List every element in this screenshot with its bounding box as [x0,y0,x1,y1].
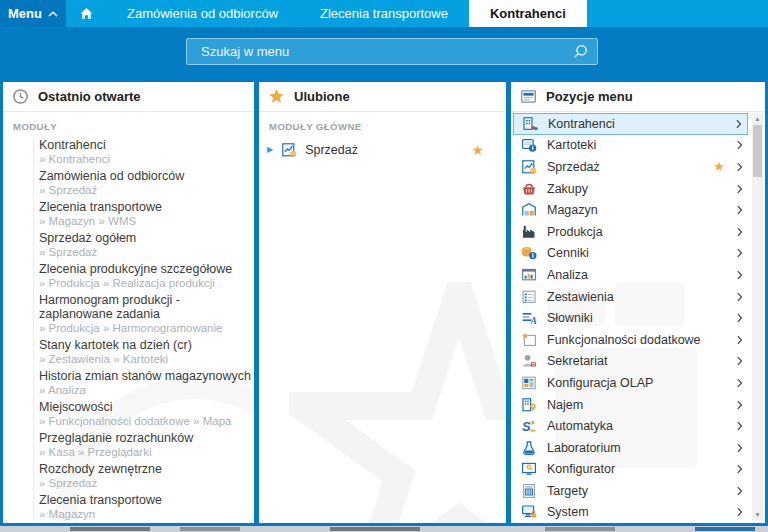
menu-item-laboratorium[interactable]: Laboratorium [513,437,748,459]
menu-item-konfiguracja-olap[interactable]: Konfiguracja OLAP [513,372,748,394]
menu-item-analiza[interactable]: Analiza [513,264,748,286]
favorite-item-sprzedaz[interactable]: ▶Sprzedaż★ [259,138,506,162]
menu-item-cenniki[interactable]: Cenniki [513,243,748,265]
recent-item[interactable]: Zamówienia od odbiorców» Sprzedaż [39,169,254,197]
menu-item-label: Kartoteki [547,138,596,152]
menu-item-konfigurator[interactable]: Konfigurator [513,459,748,481]
recent-item[interactable]: Rozchody zewnętrzne» Sprzedaż [39,462,254,490]
chevron-right-icon [737,464,743,474]
section-label: MODUŁY [13,121,254,132]
menu-item-label: Automatyka [547,419,613,433]
recent-item-path: » Magazyn [39,508,254,521]
favorite-star-icon[interactable]: ★ [471,142,484,158]
scrollbar[interactable]: ▲ ▼ [752,113,763,520]
favorites-panel: Ulubione MODUŁY GŁÓWNE ▶Sprzedaż★ [259,82,506,523]
top-bar: Menu Zamówienia od odbiorcówZlecenia tra… [0,0,768,27]
menu-item-funkcjonalnosci-dodatkowe[interactable]: Funkcjonalności dodatkowe [513,329,748,351]
chevron-right-icon [737,270,743,280]
chevron-right-icon [737,140,743,150]
menu-item-label: Konfigurator [547,462,615,476]
menu-item-sprzedaz[interactable]: Sprzedaż★ [513,156,748,178]
recent-item[interactable]: Przeglądanie rozrachunków» Kasa » Przegl… [39,431,254,459]
chevron-right-icon [737,227,743,237]
menu-item-label: Słowniki [547,311,593,325]
menu-item-automatyka[interactable]: SAutomatyka [513,415,748,437]
olap-icon [521,375,537,391]
recent-item-path: » Sprzedaż [39,477,254,490]
menu-item-magazyn[interactable]: Magazyn [513,199,748,221]
chevron-right-icon [736,119,742,129]
menu-item-produkcja[interactable]: Produkcja [513,221,748,243]
menu-item-najem[interactable]: Najem [513,394,748,416]
recent-item-title: Rozchody zewnętrzne [39,462,254,476]
svg-text:A: A [529,316,536,326]
recent-item[interactable]: Zlecenia transportowe» Magazyn [39,493,254,521]
star-watermark [289,282,506,523]
chevron-right-icon [737,184,743,194]
favorites-panel-header: Ulubione [259,82,506,112]
menu-item-targety[interactable]: Targety [513,480,748,502]
menu-item-slowniki[interactable]: ASłowniki [513,307,748,329]
menu-item-kartoteki[interactable]: Kartoteki [513,135,748,157]
menu-item-label: Sekretariat [547,354,607,368]
chevron-right-icon [737,443,743,453]
scroll-down-button[interactable]: ▼ [754,509,760,520]
recent-item-title: Miejscowości [39,400,254,414]
tab-kontrahenci[interactable]: Kontrahenci [469,0,587,27]
najem-icon [521,397,537,413]
recent-item-title: Sprzedaż ogółem [39,231,254,245]
chevron-right-icon [737,507,743,517]
panel-title: Pozycje menu [546,89,633,104]
recent-item-title: Przeglądanie rozrachunków [39,431,254,445]
menu-item-kontrahenci[interactable]: Kontrahenci [513,113,748,135]
tab-zlecenia-transportowe[interactable]: Zlecenia transportowe [299,0,469,27]
sprzedaz-icon [281,142,297,158]
recent-item[interactable]: Harmonogram produkcji - zaplanowane zada… [39,293,254,335]
section-label: MODUŁY GŁÓWNE [269,121,506,132]
chevron-right-icon [737,356,743,366]
favorite-star-icon[interactable]: ★ [713,159,725,174]
tab-zamowienia-od-odbiorcow[interactable]: Zamówienia od odbiorców [106,0,299,27]
menu-item-zestawienia[interactable]: Zestawienia [513,286,748,308]
recent-item[interactable]: Historia zmian stanów magazynowych» Anal… [39,369,254,397]
recent-item-title: Zlecenia transportowe [39,200,254,214]
recent-item-path: » Analiza [39,384,254,397]
recent-item-title: Kontrahenci [39,138,254,152]
recent-item[interactable]: Stany kartotek na dzień (cr)» Zestawieni… [39,338,254,366]
recent-item[interactable]: Zlecenia transportowe» Magazyn » WMS [39,200,254,228]
recent-item-path: » Magazyn » WMS [39,215,254,228]
recent-item-path: » Kontrahenci [39,153,254,166]
recent-item[interactable]: Kontrahenci» Kontrahenci [39,138,254,166]
menu-item-sekretariat[interactable]: Sekretariat [513,351,748,373]
menu-list: KontrahenciKartotekiSprzedaż★ZakupyMagaz… [511,112,765,523]
recent-item[interactable]: Miejscowości» Funkcjonalności dodatkowe … [39,400,254,428]
recent-item[interactable]: Sprzedaż ogółem» Sprzedaż [39,231,254,259]
search-box[interactable] [186,38,598,65]
search-input[interactable] [199,43,571,60]
chevron-right-icon [737,335,743,345]
menu-item-label: Sprzedaż [547,160,600,174]
recent-item-path: » Funkcjonalności dodatkowe » Mapa [39,415,254,428]
menu-button[interactable]: Menu [0,0,66,27]
recent-item[interactable]: Zlecenia produkcyjne szczegółowe» Produk… [39,262,254,290]
scroll-thumb[interactable] [753,125,762,177]
chevron-right-icon [737,421,743,431]
menu-item-zakupy[interactable]: Zakupy [513,178,748,200]
chevron-right-icon [737,248,743,258]
chevron-right-icon [737,486,743,496]
svg-text:S: S [522,419,531,434]
scroll-up-button[interactable]: ▲ [754,113,760,124]
produkcja-icon [521,224,537,240]
targety-icon [521,483,537,499]
search-icon [571,43,589,61]
home-button[interactable] [66,0,106,27]
chevron-right-icon [737,313,743,323]
recent-item-title: Stany kartotek na dzień (cr) [39,338,254,352]
menu-item-system[interactable]: System [513,502,748,523]
automatyka-icon: S [521,418,537,434]
expand-triangle-icon[interactable]: ▶ [267,146,273,154]
konfigurator-icon [521,461,537,477]
analiza-icon [521,267,537,283]
chevron-right-icon [737,205,743,215]
menu-panel: Pozycje menu KontrahenciKartotekiSprzeda… [511,82,765,523]
